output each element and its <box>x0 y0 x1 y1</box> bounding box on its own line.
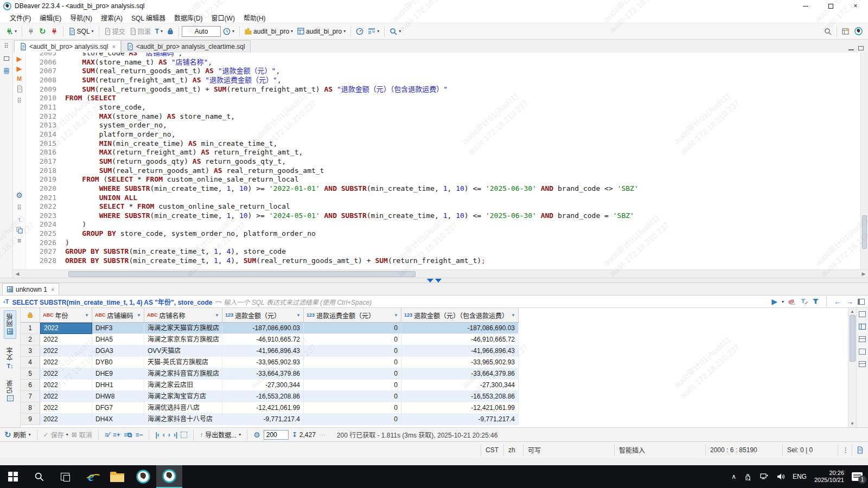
tray-expand-icon[interactable]: ∧ <box>731 473 736 480</box>
restore-view-icon[interactable] <box>2 54 11 63</box>
results-view-tab-2[interactable]: 记录 <box>4 377 16 403</box>
grid-cell[interactable]: 2022 <box>40 414 92 425</box>
grid-cell[interactable]: DH4X <box>92 414 144 425</box>
row-number[interactable]: 2 <box>21 334 40 345</box>
execute-statement-icon[interactable]: ▶ <box>17 56 22 62</box>
grid-cell[interactable]: 天猫-英氏官方旗舰店 <box>144 357 222 368</box>
menu-item-3[interactable]: 搜索(A) <box>97 12 127 23</box>
row-number[interactable]: 6 <box>21 380 40 391</box>
menu-item-4[interactable]: SQL 编辑器 <box>127 12 170 23</box>
scrollbar-thumb[interactable] <box>68 271 416 277</box>
row-number[interactable]: 8 <box>21 402 40 414</box>
list-icon[interactable]: ≡ <box>17 237 21 245</box>
grid-cell[interactable]: 2022 <box>40 334 92 345</box>
grid-cell[interactable]: 2022 <box>40 391 92 402</box>
menu-item-0[interactable]: 文件(F) <box>5 12 35 23</box>
grid-cell[interactable]: 海澜之家抖音官方旗舰店 <box>144 368 222 380</box>
close-button[interactable]: × <box>843 0 868 12</box>
grid-cell[interactable]: 2022 <box>40 368 92 380</box>
statusbar-file-icon[interactable] <box>852 444 868 456</box>
grid-cell[interactable]: 海澜之家淘宝官方店 <box>144 391 222 402</box>
grid-cell[interactable]: 海澜之家抖音十八号店 <box>144 414 222 425</box>
menu-item-6[interactable]: 窗口(W) <box>207 12 239 23</box>
export-data-button[interactable]: ↑导出数据...▾ <box>200 430 241 439</box>
grid-cell[interactable]: 2022 <box>40 345 92 357</box>
history-back-icon[interactable]: ← <box>834 297 841 306</box>
grid-cell[interactable]: -46,910,665.72 <box>401 334 519 345</box>
add-row-icon[interactable]: ≡+ <box>113 431 120 439</box>
last-page-icon[interactable]: ›| <box>174 431 177 439</box>
minimize-editor-icon[interactable] <box>848 49 854 50</box>
task-view-button[interactable] <box>52 465 78 488</box>
grid-cell[interactable]: OVV天猫店 <box>144 345 222 357</box>
new-connection-button[interactable]: ▾ <box>3 25 19 38</box>
next-page-icon[interactable]: › <box>168 431 170 439</box>
grid-cell[interactable]: 0 <box>304 345 401 357</box>
rollback-button[interactable]: 回滚 <box>127 25 153 38</box>
row-number[interactable]: 3 <box>21 345 40 357</box>
grouping-panel-icon[interactable] <box>859 349 866 355</box>
grid-cell[interactable]: -27,300,344 <box>401 380 519 391</box>
transaction-log-button[interactable]: ▾ <box>221 25 237 38</box>
grid-cell[interactable]: 0 <box>304 357 401 368</box>
value-panel-icon[interactable] <box>859 324 866 330</box>
dbeaver-perspective-button[interactable] <box>852 25 865 38</box>
column-filter-icon[interactable]: ▼ <box>511 313 515 318</box>
history-forward-icon[interactable]: → <box>846 297 853 306</box>
editor-tab-1[interactable]: <audit_bi_pro> analysis_cleartime.sql <box>121 40 251 53</box>
execute-script-icon[interactable]: ▶ <box>17 66 22 72</box>
grid-cell[interactable]: 海澜之家天猫官方旗舰店 <box>144 323 222 334</box>
dbeaver-taskbar-button-active[interactable] <box>156 465 182 488</box>
filter-expression[interactable]: SELECT SUBSTR(min_create_time_t, 1, 4) A… <box>12 297 212 306</box>
results-view-tab-1[interactable]: 文本T↕ <box>4 344 16 372</box>
editor-vertical-scrollbar[interactable] <box>860 53 868 269</box>
autocommit-lock-button[interactable] <box>165 25 176 38</box>
menu-item-5[interactable]: 数据库(D) <box>170 12 207 23</box>
commit-button[interactable]: 提交 <box>102 25 127 38</box>
transaction-mode-button[interactable]: T▾ <box>153 25 165 38</box>
grid-cell[interactable]: DHH1 <box>92 380 144 391</box>
column-filter-icon[interactable]: ▼ <box>394 313 398 318</box>
grid-cell[interactable]: -16,553,208.86 <box>222 391 304 402</box>
grid-cell[interactable]: -33,965,902.93 <box>401 357 519 368</box>
menu-item-2[interactable]: 导航(N) <box>66 12 97 23</box>
db-search-button[interactable]: ▾ <box>387 25 403 38</box>
grid-cell[interactable]: 海澜之家京东官方旗舰店 <box>144 334 222 345</box>
scroll-down-icon[interactable]: ▼ <box>850 420 854 427</box>
copy-icon[interactable] <box>16 227 23 234</box>
disconnect-button[interactable] <box>48 25 60 38</box>
grid-cell[interactable]: -12,421,061.99 <box>401 402 519 414</box>
schema-selector[interactable]: audit_bi_pro▾ <box>295 25 348 38</box>
tasks-button[interactable]: ▾ <box>366 25 381 38</box>
network-icon[interactable] <box>760 473 769 480</box>
first-page-icon[interactable]: |‹ <box>155 431 159 439</box>
row-number[interactable]: 5 <box>21 368 40 380</box>
explain-plan-icon[interactable]: M <box>17 75 22 82</box>
row-number[interactable]: 1 <box>21 323 40 334</box>
grid-cell[interactable]: -187,086,690.03 <box>222 323 304 334</box>
delete-row-icon[interactable]: ≡− <box>135 431 143 439</box>
clock[interactable]: 20:26 2025/10/21 <box>814 470 844 484</box>
commit-mode-combo[interactable]: Auto <box>182 26 221 37</box>
gear-icon[interactable]: ⚙ <box>253 431 260 439</box>
notification-icon[interactable]: 1 <box>852 472 863 481</box>
quick-search-button[interactable] <box>822 25 834 38</box>
open-perspective-button[interactable] <box>840 25 852 38</box>
fetch-all-icon[interactable] <box>181 432 187 438</box>
scroll-up-icon[interactable]: ▲ <box>850 308 854 315</box>
maximize-panel-icon[interactable] <box>859 311 866 317</box>
grid-cell[interactable]: 0 <box>304 334 401 345</box>
db-navigator-icon[interactable] <box>2 66 11 76</box>
grid-cell[interactable]: DHW8 <box>92 391 144 402</box>
expand-filter-icon[interactable]: ⌐¬ <box>215 298 220 305</box>
database-selector[interactable]: audit_bi_pro▾ <box>242 25 295 38</box>
filter-edit-icon[interactable] <box>800 298 808 305</box>
grid-cell[interactable]: -33,965,902.93 <box>222 357 304 368</box>
scroll-right-icon[interactable]: ▶ <box>859 271 868 277</box>
column-filter-icon[interactable]: ▼ <box>215 313 219 318</box>
grid-cell[interactable]: 海澜优选抖音八店 <box>144 402 222 414</box>
export-icon[interactable]: ↑ <box>18 216 21 223</box>
maximize-button[interactable] <box>818 0 843 12</box>
grid-cell[interactable]: -33,664,379.86 <box>401 368 519 380</box>
results-tab[interactable]: unknown 1 × <box>2 283 59 295</box>
